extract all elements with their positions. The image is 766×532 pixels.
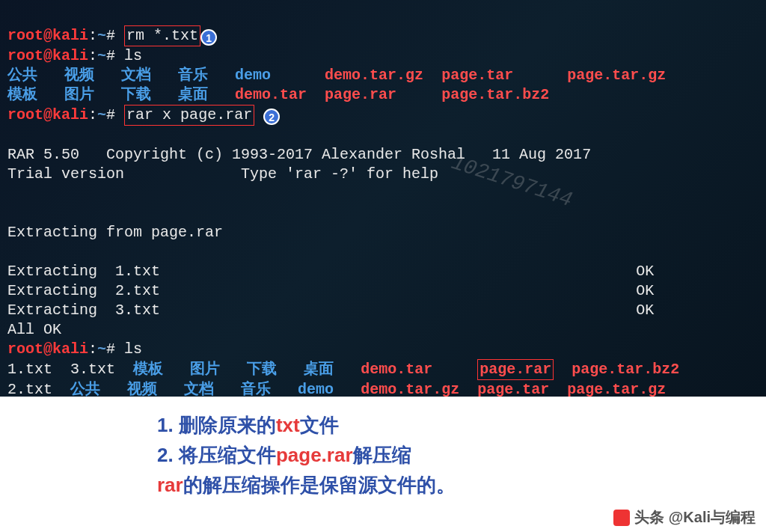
command-ls: ls	[124, 47, 142, 64]
toutiao-icon	[613, 510, 630, 526]
command-rar-x: rar x page.rar	[124, 105, 254, 126]
caption-line-1: 1. 删除原来的txt文件	[157, 410, 766, 440]
rar-banner: RAR 5.50 Copyright (c) 1993-2017 Alexand…	[7, 146, 591, 163]
caption-line-2: 2. 将压缩文件page.rar解压缩	[157, 440, 766, 470]
all-ok: All OK	[7, 321, 61, 338]
extract-line: Extracting 1.txt	[7, 263, 160, 280]
footer-name: @Kali与编程	[669, 507, 756, 528]
marker-2: 2	[263, 108, 280, 125]
page-rar-highlight: page.rar	[477, 359, 554, 380]
txt-file: 1.txt	[7, 361, 52, 378]
marker-1: 1	[200, 29, 217, 46]
footer-prefix: 头条	[634, 507, 664, 528]
extracting-header: Extracting from page.rar	[7, 224, 223, 241]
prompt-host: kali	[52, 27, 88, 44]
command-ls-2: ls	[124, 340, 142, 358]
footer-credit: 头条 @Kali与编程	[613, 507, 756, 528]
terminal-window[interactable]: root@kali:~# rm *.txt1 root@kali:~# ls 公…	[0, 0, 766, 397]
dir: 公共	[7, 67, 37, 84]
prompt-path: ~	[97, 27, 106, 44]
command-rm: rm *.txt	[124, 25, 200, 46]
prompt-user: root	[7, 27, 43, 44]
archive: demo.tar.gz	[325, 67, 423, 84]
caption-line-3: rar的解压缩操作是保留源文件的。	[157, 470, 766, 500]
